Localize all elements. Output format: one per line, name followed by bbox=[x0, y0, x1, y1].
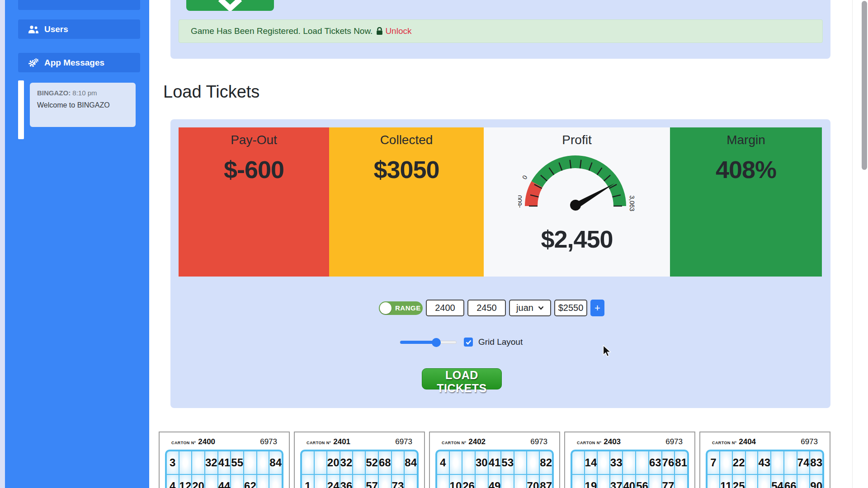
stat-card-title: Collected bbox=[380, 133, 433, 147]
ticket-cell: 37 bbox=[610, 475, 623, 488]
ticket-cell bbox=[231, 475, 243, 488]
ticket-cell bbox=[302, 451, 314, 474]
sidebar-item-users[interactable]: Users bbox=[18, 19, 140, 39]
svg-text:0: 0 bbox=[521, 174, 529, 181]
ticket-cell: 12 bbox=[179, 475, 192, 488]
ticket-cell: 43 bbox=[758, 451, 770, 474]
ticket-cell: 57 bbox=[366, 475, 378, 488]
ticket-cell bbox=[205, 475, 217, 488]
ticket-cell: 55 bbox=[231, 451, 243, 474]
slider-knob[interactable] bbox=[432, 338, 441, 347]
ticket-grid: 332415584412204462 bbox=[165, 450, 283, 488]
sidebar-item-partial[interactable] bbox=[18, 0, 140, 10]
sidebar-item-app-messages[interactable]: App Messages bbox=[18, 53, 140, 72]
message-time: 8:10 pm bbox=[72, 89, 97, 97]
ticket-cell bbox=[462, 451, 475, 474]
ticket-cell bbox=[623, 451, 635, 474]
add-range-button[interactable]: + bbox=[590, 300, 604, 316]
carton-label: CARTON Nº bbox=[712, 441, 736, 445]
ticket-controls-row: RANGE juan + bbox=[379, 300, 604, 316]
ticket-cell: 87 bbox=[540, 475, 552, 488]
bingo-ticket-2404[interactable]: CARTON Nº240469737224374831125546690 bbox=[699, 432, 830, 488]
carton-label: CARTON Nº bbox=[577, 441, 601, 445]
carton-number: 2400 bbox=[198, 437, 215, 446]
ticket-cell: 52 bbox=[366, 451, 378, 474]
lock-icon bbox=[376, 27, 383, 35]
stat-card-value: 408% bbox=[716, 155, 776, 183]
ticket-cell: 32 bbox=[340, 451, 353, 474]
users-icon bbox=[28, 25, 39, 34]
user-select[interactable]: juan bbox=[509, 300, 551, 316]
ticket-cell bbox=[514, 451, 526, 474]
ticket-cell: 82 bbox=[540, 451, 552, 474]
ticket-cell: 10 bbox=[450, 475, 462, 488]
game-registered-alert: Game Has Been Registered. Load Tickets N… bbox=[179, 19, 823, 43]
carton-number: 2402 bbox=[468, 437, 486, 446]
ticket-cell bbox=[405, 475, 417, 488]
bingo-ticket-2402[interactable]: CARTON Nº240269734304153821026497087 bbox=[429, 432, 560, 488]
range-toggle[interactable]: RANGE bbox=[379, 301, 423, 315]
ticket-cell bbox=[437, 475, 449, 488]
ticket-serial: 6973 bbox=[801, 437, 818, 446]
check-icon bbox=[466, 340, 472, 345]
ticket-cell: 66 bbox=[784, 475, 797, 488]
bingo-ticket-2401[interactable]: CARTON Nº240169732032526884124365773 bbox=[294, 432, 425, 488]
stat-card-collected: Collected$3050 bbox=[329, 127, 484, 277]
message-sender: BINGAZO: bbox=[37, 89, 71, 97]
ticket-serial: 6973 bbox=[260, 437, 277, 446]
ticket-cell bbox=[771, 451, 783, 474]
tickets-row: CARTON Nº24006973332415584412204462CARTO… bbox=[159, 432, 830, 488]
registered-success-box[interactable] bbox=[186, 0, 274, 11]
ticket-cell: 22 bbox=[733, 451, 745, 474]
ticket-cell bbox=[379, 475, 391, 488]
ticket-cell: 32 bbox=[205, 451, 217, 474]
ticket-to-input[interactable] bbox=[467, 300, 506, 316]
ticket-cell: 53 bbox=[501, 451, 514, 474]
ticket-cell: 63 bbox=[649, 451, 661, 474]
profit-gauge: -60003,063 bbox=[518, 148, 636, 214]
ticket-cell: 77 bbox=[662, 475, 675, 488]
ticket-grid: 4304153821026497087 bbox=[435, 450, 554, 488]
ticket-serial: 6973 bbox=[395, 437, 412, 446]
message-accent-bar bbox=[18, 80, 24, 139]
bingo-ticket-2403[interactable]: CARTON Nº2403697314336376811937405677 bbox=[564, 432, 695, 488]
stat-card-title: Margin bbox=[726, 133, 765, 147]
ticket-cell: 26 bbox=[462, 475, 475, 488]
stats-cards-row: Pay-Out$-600Collected$3050Profit-60003,0… bbox=[179, 127, 822, 277]
price-input[interactable] bbox=[554, 300, 587, 316]
ticket-cell: 70 bbox=[527, 475, 539, 488]
ticket-cell: 44 bbox=[218, 475, 231, 488]
scrollbar-thumb[interactable] bbox=[862, 1, 867, 170]
scrollbar-track[interactable] bbox=[852, 0, 868, 488]
unlock-link[interactable]: Unlock bbox=[385, 26, 411, 36]
size-slider[interactable] bbox=[400, 341, 457, 344]
ticket-cell: 20 bbox=[192, 475, 204, 488]
stat-card-pay-out: Pay-Out$-600 bbox=[179, 127, 329, 277]
ticket-cell bbox=[501, 475, 514, 488]
carton-label: CARTON Nº bbox=[307, 441, 331, 445]
bingo-ticket-2400[interactable]: CARTON Nº24006973332415584412204462 bbox=[159, 432, 290, 488]
ticket-header: CARTON Nº24026973 bbox=[430, 437, 559, 446]
grid-layout-label: Grid Layout bbox=[478, 337, 523, 347]
toggle-label: RANGE bbox=[395, 304, 421, 312]
page-title: Load Tickets bbox=[163, 82, 259, 102]
grid-layout-checkbox[interactable] bbox=[464, 338, 473, 347]
carton-number: 2404 bbox=[739, 437, 756, 446]
toggle-knob[interactable] bbox=[380, 302, 392, 314]
ticket-cell bbox=[476, 475, 488, 488]
ticket-cell: 33 bbox=[610, 451, 623, 474]
ticket-cell bbox=[636, 451, 648, 474]
stat-card-profit: Profit-60003,063$2,450 bbox=[484, 127, 670, 277]
cogs-icon bbox=[28, 58, 39, 67]
ticket-header: CARTON Nº24036973 bbox=[565, 437, 694, 446]
ticket-cell: 62 bbox=[244, 475, 256, 488]
ticket-cell bbox=[257, 451, 269, 474]
ticket-from-input[interactable] bbox=[426, 300, 464, 316]
ticket-cell bbox=[257, 475, 269, 488]
load-tickets-button[interactable]: LOAD TICKETS bbox=[422, 368, 502, 389]
alert-text: Game Has Been Registered. Load Tickets N… bbox=[191, 26, 373, 36]
ticket-cell bbox=[269, 475, 282, 488]
sidebar: UsersApp Messages BINGAZO: 8:10 pm Welco… bbox=[5, 0, 149, 488]
ticket-header: CARTON Nº24006973 bbox=[160, 437, 289, 446]
ticket-cell: 41 bbox=[218, 451, 231, 474]
